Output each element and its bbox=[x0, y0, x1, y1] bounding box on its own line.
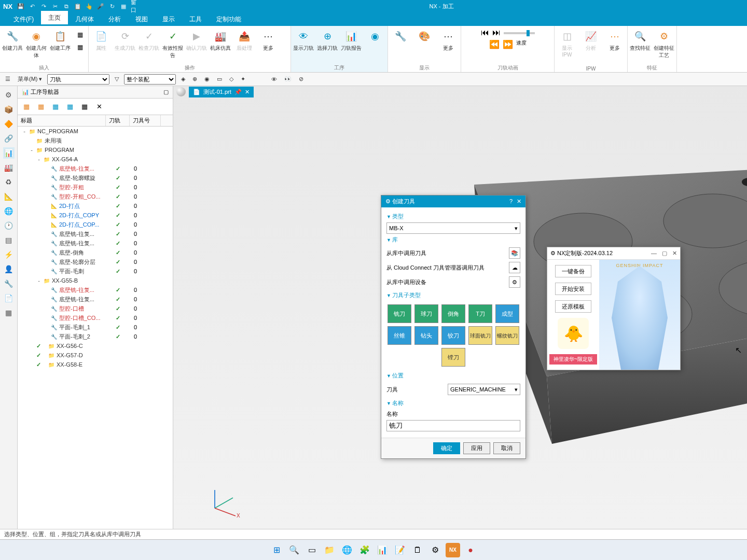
tab-close-icon[interactable]: ✕ bbox=[245, 89, 250, 95]
app2-icon[interactable]: 📊 bbox=[375, 543, 390, 557]
select-toolpath-button[interactable]: ⊕选择刀轨 bbox=[316, 28, 339, 53]
tab-home[interactable]: 主页 bbox=[41, 11, 68, 26]
section-subtype[interactable]: 刀具子类型 bbox=[386, 289, 520, 301]
lib-btn-3[interactable]: ⚙ bbox=[509, 276, 520, 288]
copy-icon[interactable]: ⧉ bbox=[62, 2, 71, 10]
subtype-button[interactable]: 钻头 bbox=[414, 326, 438, 345]
col-path[interactable]: 刀轨 bbox=[106, 115, 130, 126]
nav-tb-2[interactable]: ▦ bbox=[34, 100, 48, 114]
hd3d-icon[interactable]: 📐 bbox=[3, 191, 15, 202]
navigator-tree[interactable]: -📁NC_PROGRAM📁未用项-📁PROGRAM-📁XX-G54-A🔧底壁铣-… bbox=[18, 127, 173, 529]
small-btn-1[interactable]: ▦ bbox=[74, 29, 86, 40]
tree-row[interactable]: -📁NC_PROGRAM bbox=[18, 127, 173, 136]
dialog-titlebar[interactable]: ⚙ 创建刀具 ? ✕ bbox=[381, 195, 525, 207]
apply-button[interactable]: 应用 bbox=[463, 442, 490, 454]
touch-icon[interactable]: 👆 bbox=[85, 2, 93, 10]
tool-icon[interactable]: 🔧 bbox=[3, 278, 15, 289]
process-icon[interactable]: ⚡ bbox=[3, 249, 15, 260]
settings-icon[interactable]: ⚙ bbox=[3, 89, 15, 101]
display-tool-button[interactable]: 🔧 bbox=[389, 28, 412, 46]
play-prev-icon[interactable]: ⏮ bbox=[481, 28, 489, 37]
document-tab[interactable]: 📄 测试-01.prt 📌 ✕ bbox=[189, 87, 254, 97]
more-ops-button[interactable]: ⋯更多 bbox=[257, 28, 280, 53]
constraint-nav-icon[interactable]: 🔗 bbox=[3, 133, 15, 144]
subtype-button[interactable]: 螺纹铣刀 bbox=[495, 326, 519, 345]
tree-row[interactable]: -📁XX-G55-B bbox=[18, 276, 173, 285]
history-icon[interactable]: 🕐 bbox=[3, 220, 15, 231]
tree-row[interactable]: -📁XX-G54-A bbox=[18, 155, 173, 164]
tree-row[interactable]: 📐2D-打点✓0 bbox=[18, 201, 173, 211]
tree-row[interactable]: 🔧型腔-开粗_CO...✓0 bbox=[18, 192, 173, 201]
tree-row[interactable]: 🔧底壁-倒角✓0 bbox=[18, 248, 173, 257]
create-tool-button[interactable]: 🔧创建刀具 bbox=[1, 28, 24, 53]
layer-icon[interactable]: ▤ bbox=[3, 234, 15, 246]
reuse-icon[interactable]: ♻ bbox=[3, 176, 15, 188]
popup-close-icon[interactable]: ✕ bbox=[672, 250, 677, 257]
tree-row[interactable]: 🔧底壁-轮廓分层✓0 bbox=[18, 257, 173, 267]
tab-pin-icon[interactable]: 📌 bbox=[234, 89, 242, 95]
machine-sim-button[interactable]: 🏭机床仿真 bbox=[209, 28, 232, 53]
display-more-button[interactable]: ⋯更多 bbox=[437, 28, 460, 53]
tree-row[interactable]: 🔧底壁-轮廓螺旋✓0 bbox=[18, 173, 173, 183]
popup-maximize-icon[interactable]: ▢ bbox=[662, 250, 667, 257]
tree-row[interactable]: 🔧底壁铣-往复...✓0 bbox=[18, 229, 173, 239]
sticky-icon[interactable]: 🗒 bbox=[410, 543, 425, 557]
filter-icon[interactable]: ▽ bbox=[113, 75, 121, 83]
tab-view[interactable]: 视图 bbox=[128, 12, 155, 26]
tree-row[interactable]: 🔧平面-毛刺_1✓0 bbox=[18, 323, 173, 332]
subtype-button[interactable]: 球刀 bbox=[414, 304, 438, 323]
tree-row[interactable]: 🔧底壁铣-往复...✓0 bbox=[18, 285, 173, 295]
nav-tb-6[interactable]: ✕ bbox=[92, 100, 106, 114]
nav-tb-5[interactable]: ▦ bbox=[78, 100, 91, 114]
taskview-icon[interactable]: ▭ bbox=[305, 543, 319, 557]
start-icon[interactable]: ⊞ bbox=[269, 543, 284, 557]
find-feature-button[interactable]: 🔍查找特征 bbox=[629, 28, 652, 53]
role-icon[interactable]: 👤 bbox=[3, 263, 15, 275]
nav-tb-3[interactable]: ▦ bbox=[49, 100, 62, 114]
tree-row[interactable]: 🔧型腔-口槽✓0 bbox=[18, 304, 173, 313]
edge-icon[interactable]: 🌐 bbox=[340, 543, 354, 557]
subtype-button[interactable]: 铰刀 bbox=[441, 326, 465, 345]
nav-tb-1[interactable]: ▦ bbox=[20, 100, 33, 114]
app1-icon[interactable]: 🧩 bbox=[357, 543, 372, 557]
tree-row[interactable]: 🔧型腔-开粗✓0 bbox=[18, 183, 173, 192]
tree-row[interactable]: 📐2D-打点_COP...✓0 bbox=[18, 220, 173, 229]
ok-button[interactable]: 确定 bbox=[433, 442, 460, 454]
step-prev-icon[interactable]: ⏪ bbox=[489, 39, 500, 49]
tree-row[interactable]: -📁PROGRAM bbox=[18, 145, 173, 155]
subtype-button[interactable]: T刀 bbox=[468, 304, 492, 323]
sel-icon-6[interactable]: ✦ bbox=[239, 75, 247, 83]
type-combo[interactable]: MB-X▾ bbox=[386, 222, 520, 234]
sel-icon-3[interactable]: ◉ bbox=[202, 75, 212, 83]
paste-icon[interactable]: 📋 bbox=[74, 2, 82, 10]
section-name[interactable]: 名称 bbox=[386, 397, 520, 409]
vis-icon-3[interactable]: ⊘ bbox=[297, 75, 306, 83]
sel-icon-1[interactable]: ◈ bbox=[179, 75, 187, 83]
subtype-button[interactable]: 球面铣刀 bbox=[468, 326, 492, 345]
panel-close-icon[interactable]: ▢ bbox=[163, 89, 169, 95]
assembly-nav-icon[interactable]: 🔶 bbox=[3, 118, 15, 130]
vis-icon-1[interactable]: 👁 bbox=[269, 75, 279, 83]
nav-tb-4[interactable]: ▦ bbox=[63, 100, 77, 114]
hamburger-icon[interactable]: ☰ bbox=[3, 75, 12, 83]
tree-row[interactable]: 🔧底壁铣-往复...✓0 bbox=[18, 164, 173, 173]
graphics-area[interactable]: 📄 测试-01.prt 📌 ✕ bbox=[173, 86, 747, 529]
create-geometry-button[interactable]: ◉创建几何体 bbox=[25, 28, 48, 60]
sel-icon-2[interactable]: ⊕ bbox=[190, 75, 199, 83]
redo-icon[interactable]: ↷ bbox=[39, 2, 48, 10]
position-combo[interactable]: GENERIC_MACHINE▾ bbox=[448, 384, 520, 395]
play-next-icon[interactable]: ⏭ bbox=[492, 28, 501, 37]
layout-icon[interactable]: ▦ bbox=[119, 2, 128, 10]
lib-btn-1[interactable]: 📚 bbox=[509, 247, 520, 259]
tool-name-input[interactable] bbox=[386, 420, 520, 431]
tree-row[interactable]: 🔧平面-毛刺_2✓0 bbox=[18, 332, 173, 341]
install-button[interactable]: 开始安装 bbox=[555, 283, 591, 295]
validity-report-button[interactable]: ✓有效性报告 bbox=[161, 28, 184, 60]
tab-geometry[interactable]: 几何体 bbox=[68, 12, 101, 26]
filter-toolpath-select[interactable]: 刀轨 bbox=[47, 74, 109, 85]
save-icon[interactable]: 💾 bbox=[17, 2, 25, 10]
restore-button[interactable]: 还原模板 bbox=[555, 300, 591, 313]
refresh-icon[interactable]: ↻ bbox=[108, 2, 116, 10]
sel-icon-4[interactable]: ▭ bbox=[215, 75, 224, 83]
cut-icon[interactable]: ✂ bbox=[51, 2, 59, 10]
